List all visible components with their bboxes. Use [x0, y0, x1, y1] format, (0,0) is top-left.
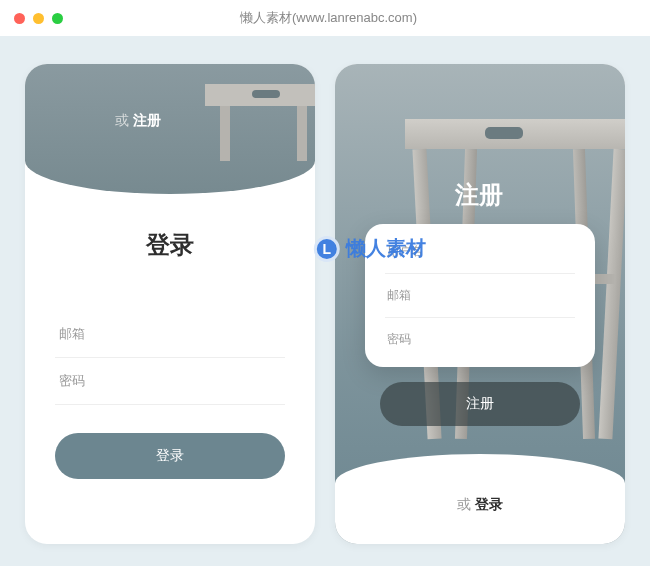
login-link-label: 登录 [475, 496, 503, 512]
or-text: 或 [457, 496, 475, 512]
register-button[interactable]: 注册 [380, 382, 580, 426]
password-field[interactable]: 密码 [385, 318, 575, 361]
browser-bar: 懒人素材(www.lanrenabc.com) [0, 0, 650, 36]
register-link-label: 注册 [133, 112, 161, 128]
password-field[interactable]: 密码 [55, 358, 285, 405]
email-field[interactable]: 邮箱 [55, 311, 285, 358]
login-button[interactable]: 登录 [55, 433, 285, 479]
or-text: 或 [115, 112, 133, 128]
browser-title: 懒人素材(www.lanrenabc.com) [71, 9, 586, 27]
watermark-text: 懒人素材 [346, 235, 426, 262]
switch-to-register-link[interactable]: 或 注册 [115, 112, 161, 130]
login-header: 或 注册 [25, 64, 315, 194]
register-card: 注册 用户名 邮箱 密码 注册 或 登录 [335, 64, 625, 544]
stool-image-icon [195, 64, 315, 159]
switch-to-login-link[interactable]: 或 登录 [335, 496, 625, 514]
maximize-dot[interactable] [52, 13, 63, 24]
email-field[interactable]: 邮箱 [385, 274, 575, 318]
watermark-logo-icon: L [314, 236, 340, 262]
minimize-dot[interactable] [33, 13, 44, 24]
login-form: 邮箱 密码 [25, 281, 315, 405]
login-title: 登录 [25, 229, 315, 261]
register-title: 注册 [455, 179, 503, 211]
stage: 或 注册 登录 邮箱 密码 登录 注册 用户名 邮箱 密码 注册 或 登录 [0, 36, 650, 566]
watermark: L 懒人素材 [314, 235, 426, 262]
login-card: 或 注册 登录 邮箱 密码 登录 [25, 64, 315, 544]
close-dot[interactable] [14, 13, 25, 24]
